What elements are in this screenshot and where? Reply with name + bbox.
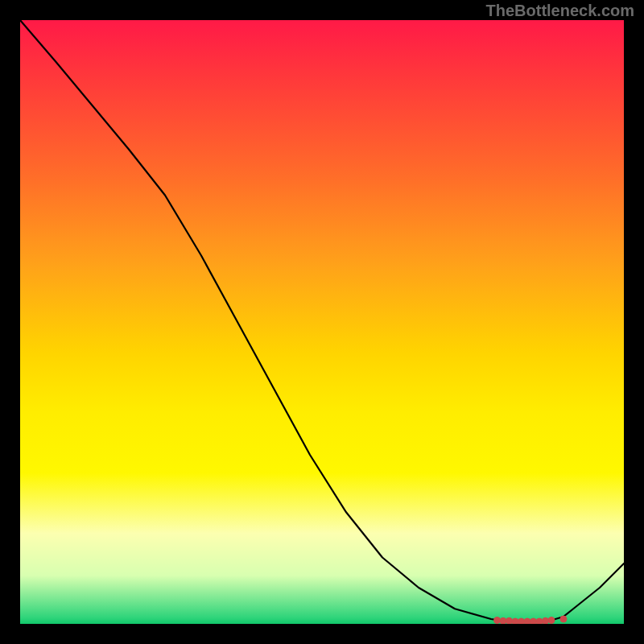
- data-marker: [506, 617, 513, 624]
- data-marker: [530, 618, 537, 624]
- data-marker: [512, 618, 518, 624]
- data-marker: [536, 618, 543, 624]
- chart-frame: TheBottleneck.com: [0, 0, 644, 644]
- data-marker: [524, 618, 530, 624]
- data-marker: [494, 617, 501, 624]
- chart-svg: [20, 20, 624, 624]
- curve-path: [20, 20, 624, 621]
- data-marker: [543, 617, 549, 624]
- data-marker: [548, 617, 555, 624]
- data-marker: [500, 617, 506, 624]
- plot-area: [20, 20, 624, 624]
- data-marker: [518, 618, 525, 624]
- attribution-text: TheBottleneck.com: [486, 2, 634, 20]
- data-marker: [560, 616, 567, 622]
